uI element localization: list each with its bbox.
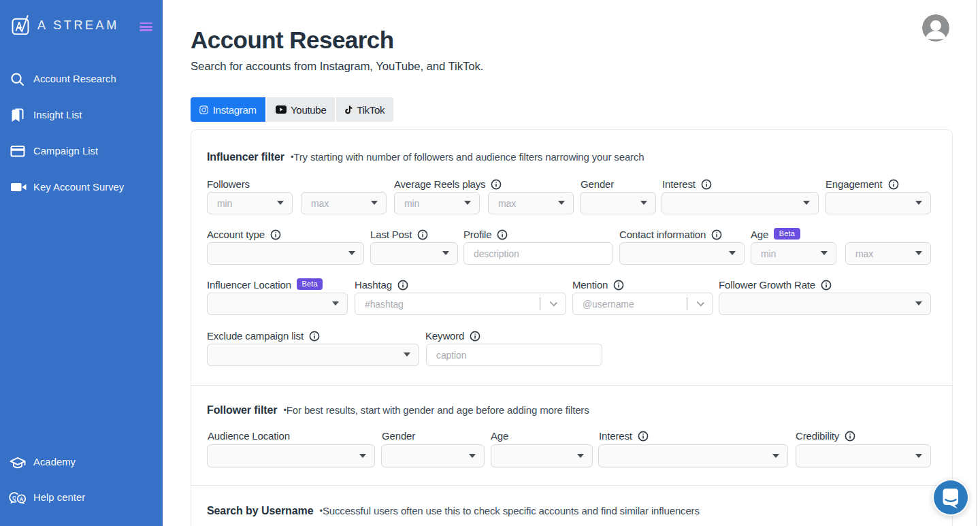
svg-text:A: A xyxy=(20,496,24,502)
